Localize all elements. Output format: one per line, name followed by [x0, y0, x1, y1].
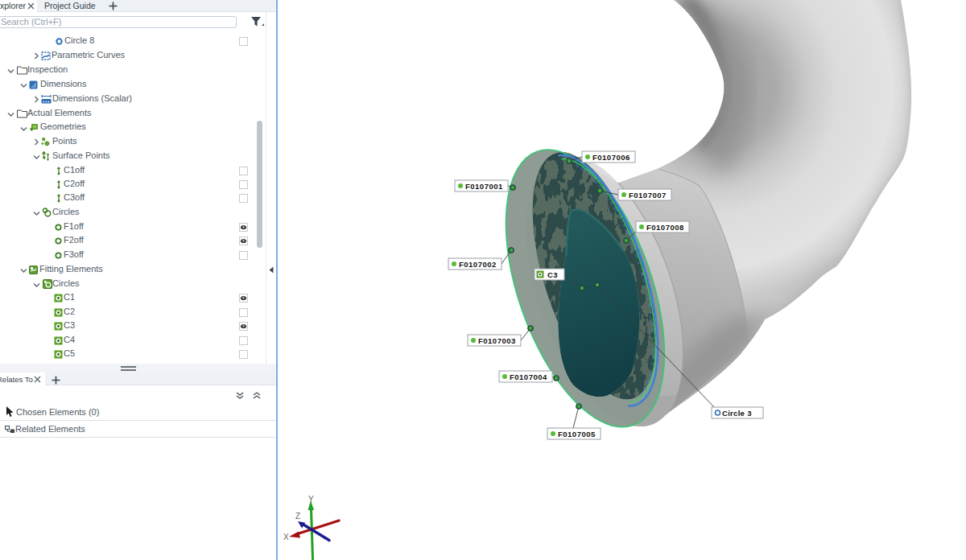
- svg-text:F0107004: F0107004: [510, 373, 547, 381]
- svg-text:F0107005: F0107005: [558, 430, 596, 439]
- svg-text:Y: Y: [308, 495, 314, 504]
- svg-text:C3: C3: [547, 270, 558, 279]
- svg-text:F0107007: F0107007: [629, 191, 667, 200]
- svg-text:F0107002: F0107002: [459, 260, 497, 269]
- svg-text:F0107001: F0107001: [465, 182, 503, 191]
- svg-text:Z: Z: [295, 512, 300, 521]
- svg-text:X: X: [283, 533, 289, 541]
- svg-text:Circle 3: Circle 3: [722, 409, 752, 418]
- svg-text:F0107008: F0107008: [646, 223, 684, 232]
- svg-text:F0107006: F0107006: [592, 153, 630, 162]
- svg-text:F0107003: F0107003: [478, 336, 516, 345]
